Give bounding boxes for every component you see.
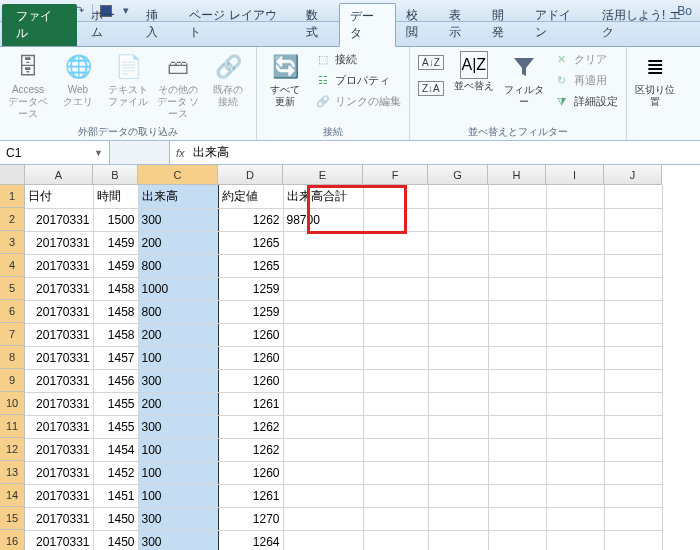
col-header-J[interactable]: J — [604, 165, 662, 185]
cell[interactable] — [488, 392, 546, 415]
cell[interactable]: 1000 — [138, 277, 218, 300]
tab-データ[interactable]: データ — [339, 3, 396, 47]
cell[interactable] — [283, 507, 363, 530]
cell[interactable]: 1458 — [93, 277, 138, 300]
cell[interactable]: 1261 — [218, 392, 283, 415]
cell[interactable] — [283, 530, 363, 550]
cell[interactable] — [604, 530, 662, 550]
cell[interactable] — [488, 530, 546, 550]
cell[interactable] — [363, 484, 428, 507]
cell[interactable] — [428, 231, 488, 254]
row-header[interactable]: 14 — [0, 484, 25, 507]
col-header-D[interactable]: D — [218, 165, 283, 185]
properties-button[interactable]: ☷プロパティ — [311, 70, 405, 90]
cell[interactable] — [546, 231, 604, 254]
cell[interactable]: 100 — [138, 484, 218, 507]
cell[interactable] — [546, 277, 604, 300]
cell[interactable]: 20170331 — [25, 231, 93, 254]
cell[interactable]: 1450 — [93, 530, 138, 550]
cell[interactable]: 1259 — [218, 277, 283, 300]
cell[interactable]: 1261 — [218, 484, 283, 507]
cell[interactable] — [428, 484, 488, 507]
cell[interactable]: 20170331 — [25, 530, 93, 550]
cell[interactable] — [488, 507, 546, 530]
cell[interactable] — [363, 346, 428, 369]
tab-アドイン[interactable]: アドイン — [525, 3, 592, 46]
cell[interactable] — [488, 415, 546, 438]
cell[interactable] — [428, 323, 488, 346]
cell[interactable]: 日付 — [25, 185, 93, 208]
cell[interactable]: 1456 — [93, 369, 138, 392]
row-header[interactable]: 12 — [0, 438, 25, 461]
cell[interactable]: 20170331 — [25, 438, 93, 461]
cell[interactable] — [604, 392, 662, 415]
formula-text[interactable]: 出来高 — [193, 144, 229, 161]
cell[interactable] — [488, 346, 546, 369]
col-header-G[interactable]: G — [428, 165, 488, 185]
cell[interactable]: 20170331 — [25, 208, 93, 231]
cell[interactable]: 1262 — [218, 438, 283, 461]
text-to-columns-button[interactable]: ≣区切り位置 — [631, 49, 679, 110]
row-header[interactable]: 8 — [0, 346, 25, 369]
cell[interactable] — [428, 346, 488, 369]
tab-開発[interactable]: 開発 — [482, 3, 525, 46]
cell[interactable] — [546, 530, 604, 550]
col-header-H[interactable]: H — [488, 165, 546, 185]
col-header-A[interactable]: A — [25, 165, 93, 185]
cell[interactable]: 20170331 — [25, 484, 93, 507]
col-header-F[interactable]: F — [363, 165, 428, 185]
cell[interactable]: 1454 — [93, 438, 138, 461]
reapply-button[interactable]: ↻再適用 — [550, 70, 622, 90]
cell[interactable]: 100 — [138, 438, 218, 461]
col-header-E[interactable]: E — [283, 165, 363, 185]
cell[interactable] — [546, 392, 604, 415]
col-header-B[interactable]: B — [93, 165, 138, 185]
cell[interactable] — [283, 231, 363, 254]
advanced-button[interactable]: ⧩詳細設定 — [550, 91, 622, 111]
cell[interactable] — [428, 369, 488, 392]
cell[interactable]: 100 — [138, 461, 218, 484]
cell[interactable]: 1264 — [218, 530, 283, 550]
cell[interactable]: 1459 — [93, 231, 138, 254]
cell[interactable]: 1265 — [218, 231, 283, 254]
cell[interactable] — [428, 208, 488, 231]
text-file-button[interactable]: 📄テキストファイル — [104, 49, 152, 110]
fx-icon[interactable]: fx — [176, 147, 185, 159]
cell[interactable] — [546, 300, 604, 323]
cell[interactable]: 1262 — [218, 415, 283, 438]
cell[interactable] — [428, 507, 488, 530]
cell[interactable]: 1259 — [218, 300, 283, 323]
cell[interactable] — [283, 392, 363, 415]
cell[interactable] — [428, 438, 488, 461]
select-all-corner[interactable] — [0, 165, 25, 185]
cell[interactable] — [488, 369, 546, 392]
cell[interactable]: 1457 — [93, 346, 138, 369]
edit-links-button[interactable]: 🔗リンクの編集 — [311, 91, 405, 111]
cell[interactable]: 20170331 — [25, 323, 93, 346]
cell[interactable] — [488, 254, 546, 277]
row-header[interactable]: 1 — [0, 185, 25, 208]
cell[interactable] — [546, 415, 604, 438]
cell[interactable] — [604, 208, 662, 231]
row-header[interactable]: 2 — [0, 208, 25, 231]
cell[interactable] — [488, 231, 546, 254]
cell[interactable]: 20170331 — [25, 300, 93, 323]
cell[interactable] — [428, 530, 488, 550]
cell[interactable]: 300 — [138, 369, 218, 392]
cell[interactable] — [363, 323, 428, 346]
cell[interactable] — [604, 461, 662, 484]
sort-desc-button[interactable]: Z↓A — [414, 75, 448, 101]
sort-button[interactable]: A|Z並べ替え — [450, 49, 498, 94]
cell[interactable] — [428, 392, 488, 415]
cell[interactable] — [283, 277, 363, 300]
cell[interactable] — [363, 438, 428, 461]
cell[interactable]: 300 — [138, 415, 218, 438]
cell[interactable] — [428, 185, 488, 208]
cell[interactable] — [488, 484, 546, 507]
cell[interactable]: 20170331 — [25, 461, 93, 484]
cell[interactable]: 1260 — [218, 369, 283, 392]
cell[interactable] — [363, 208, 428, 231]
access-button[interactable]: 🗄Accessデータベース — [4, 49, 52, 122]
cell[interactable]: 1452 — [93, 461, 138, 484]
tab-活用しよう! エク[interactable]: 活用しよう! エク — [592, 3, 700, 46]
